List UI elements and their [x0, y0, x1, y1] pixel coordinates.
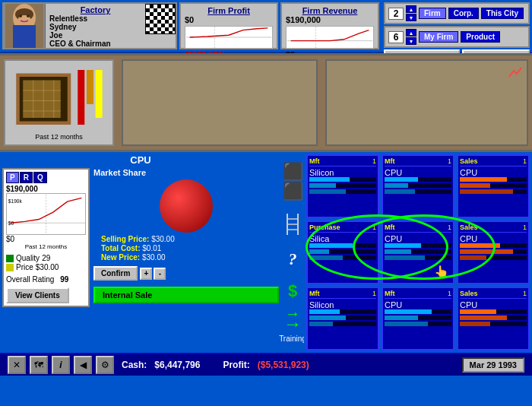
cash-label: Cash: — [122, 360, 147, 370]
cpu-title: CPU — [2, 154, 279, 166]
factory-info: Factory Relentless Sydney Joe CEO & Chai… — [46, 4, 145, 48]
stacked-boxes-icon[interactable]: ⬛⬛ — [283, 162, 303, 201]
node-mft-silicon-3[interactable]: Mft 1 Silicon — [306, 287, 379, 350]
profit-value: $0 — [185, 15, 273, 24]
svg-point-6 — [27, 14, 30, 17]
node-type: Mft — [309, 157, 320, 165]
status-icons: ✕ 🗺 i ◀ ⚙ — [8, 356, 114, 374]
node-bars — [460, 177, 527, 194]
blank-panel2 — [325, 59, 529, 146]
price-row: Price $30.00 — [6, 263, 86, 271]
firm-profit-panel: Firm Profit $0 ($700,000) Past 12 months — [179, 2, 278, 49]
price-val: $30.00 — [36, 263, 59, 271]
quality-dot — [6, 255, 14, 262]
node-sales-cpu-3[interactable]: Sales 1 CPU — [457, 287, 530, 350]
selling-price-row: Selling Price: $30.00 — [101, 235, 279, 243]
chart-area — [8, 63, 110, 132]
node-type: Mft — [385, 157, 395, 165]
node-type: Mft — [385, 290, 395, 297]
product-tab[interactable]: Product — [461, 31, 500, 43]
map-icon[interactable]: 🗺 — [30, 356, 48, 374]
q-tab[interactable]: Q — [33, 172, 47, 183]
node-bars — [309, 309, 376, 326]
node-product: CPU — [385, 168, 451, 177]
nav-down2[interactable]: ▼ — [406, 37, 416, 45]
market-share-label: Market Share — [93, 168, 279, 177]
corp-tab[interactable]: Corp. — [448, 8, 479, 19]
green-arrow-down: → — [285, 305, 300, 322]
chart-profit-value: $190,000 — [6, 185, 86, 193]
profit-chart — [185, 26, 273, 49]
node-num: 1 — [372, 224, 376, 231]
node-mft-cpu-3[interactable]: Mft 1 CPU — [382, 287, 454, 350]
overall-label: Overall Rating — [6, 275, 54, 284]
node-product: CPU — [385, 300, 451, 309]
nav-up2[interactable]: ▲ — [406, 29, 416, 36]
nav-row1: 2 ▲ ▼ Firm Corp. This City — [384, 2, 530, 24]
node-type: Mft — [309, 290, 320, 297]
view-clients-btn[interactable]: View Clients — [6, 287, 69, 303]
node-mft-silicon-1[interactable]: Mft 1 Silicon — [306, 154, 379, 218]
firm-tab[interactable]: Firm — [419, 8, 446, 19]
nav-down1[interactable]: ▼ — [406, 14, 416, 21]
node-num: 1 — [523, 157, 527, 165]
chart-panel: 6,300 Past 12 months — [4, 59, 114, 146]
node-product: CPU — [460, 168, 527, 177]
svg-rect-22 — [96, 70, 103, 118]
settings-icon[interactable]: ⚙ — [96, 356, 114, 374]
chart-past-label: Past 12 months — [8, 133, 110, 141]
firm-revenue-panel: Firm Revenue $190,000 $0 Past 12 months — [280, 2, 379, 49]
node-sales-cpu-1[interactable]: Sales 1 CPU — [457, 154, 530, 218]
nav-arrows1[interactable]: ▲ ▼ — [406, 5, 416, 21]
quality-info: Quality 29 Price $30.00 — [6, 254, 86, 271]
market-info: Market Share Selling Price: $30.00 Total… — [93, 168, 279, 307]
cpu-past-label: Past 12 months — [6, 243, 86, 250]
node-bars — [460, 243, 527, 260]
revenue-chart — [286, 26, 374, 49]
nav-num1: 2 — [388, 8, 404, 20]
main-section: CPU P R Q Profit $190,000 $190k — [0, 152, 532, 353]
node-type: Sales — [460, 224, 478, 231]
node-bars — [385, 177, 451, 194]
price-dot — [6, 264, 14, 271]
confirm-btn[interactable]: Confirm — [93, 266, 138, 281]
this-city-tab[interactable]: This City — [481, 8, 524, 19]
node-bars — [309, 177, 376, 194]
status-bar: ✕ 🗺 i ◀ ⚙ Cash: $6,447,796 Profit: ($5,5… — [0, 353, 532, 376]
nav-num2: 6 — [388, 31, 404, 43]
grid-row-3: Mft 1 Silicon Mft 1 CPU — [306, 287, 530, 350]
node-num: 1 — [448, 157, 451, 165]
r-tab[interactable]: R — [20, 172, 33, 183]
nav-up1[interactable]: ▲ — [406, 5, 416, 13]
p-tab[interactable]: P — [6, 172, 19, 183]
internal-sale-btn[interactable]: Internal Sale — [93, 287, 279, 303]
node-mft-cpu-1[interactable]: Mft 1 CPU — [382, 154, 454, 218]
node-num: 1 — [523, 290, 527, 297]
node-mft-cpu-2[interactable]: Mft 1 CPU 👆 — [382, 220, 454, 284]
dollar-icon[interactable]: $ — [288, 281, 297, 301]
side-icons: ⬛⬛ ? $ → Training — [281, 152, 304, 353]
cpu-chart-box: P R Q Profit $190,000 $190k $0 $0 — [2, 168, 90, 307]
my-firm-tab[interactable]: My Firm — [419, 31, 458, 43]
right-nav: 2 ▲ ▼ Firm Corp. This City 6 ▲ ▼ My Firm… — [384, 2, 530, 49]
person-name: Relentless — [49, 14, 141, 23]
node-product: Silica — [309, 234, 376, 243]
nav-arrows2[interactable]: ▲ ▼ — [406, 29, 416, 45]
total-cost-row: Total Cost: $0.01 — [101, 244, 279, 252]
question-icon[interactable]: ? — [289, 249, 297, 269]
nav-row2: 6 ▲ ▼ My Firm Product — [384, 26, 530, 48]
minus-btn[interactable]: - — [154, 268, 166, 280]
cpu-content: P R Q Profit $190,000 $190k $0 $0 — [2, 168, 279, 307]
factory-title: Factory — [49, 5, 141, 14]
node-purchase-silica[interactable]: Purchase 1 Silica — [306, 220, 379, 284]
ladder-icon[interactable] — [285, 214, 300, 237]
svg-rect-13 — [23, 81, 61, 119]
plus-btn[interactable]: + — [140, 268, 152, 280]
right-grid: Mft 1 Silicon Mft 1 CPU — [304, 152, 532, 353]
small-line-chart: $190k $0 — [6, 193, 86, 235]
close-icon[interactable]: ✕ — [8, 356, 26, 374]
total-cost-label: Total Cost: — [101, 244, 140, 252]
back-icon[interactable]: ◀ — [74, 356, 92, 374]
info-icon[interactable]: i — [52, 356, 70, 374]
node-sales-cpu-2[interactable]: Sales 1 CPU — [457, 220, 530, 284]
